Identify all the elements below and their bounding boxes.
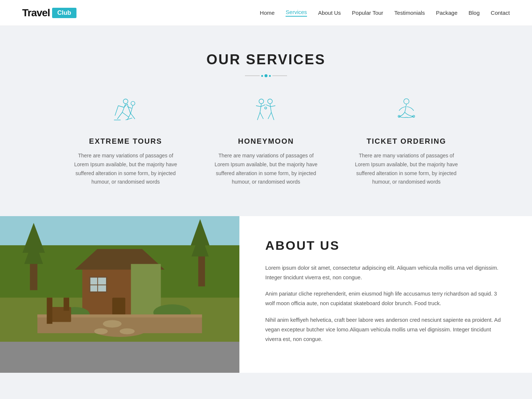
- svg-line-23: [271, 106, 276, 107]
- ticket-ordering-icon: [388, 96, 425, 129]
- divider-dot-1: [261, 75, 263, 77]
- services-title: OUR SERVICES: [22, 52, 510, 68]
- svg-line-9: [126, 118, 132, 120]
- svg-point-10: [131, 101, 135, 105]
- svg-point-28: [404, 99, 409, 104]
- header: Travel Club Home Services About Us Popul…: [0, 0, 532, 26]
- nav-about[interactable]: About Us: [318, 10, 341, 16]
- honeymoon-icon: [248, 96, 284, 129]
- logo: Travel Club: [22, 7, 76, 19]
- svg-point-21: [268, 99, 273, 104]
- nav-contact[interactable]: Contact: [491, 10, 510, 16]
- divider-dot-2: [265, 74, 267, 77]
- divider-dot-3: [269, 75, 271, 77]
- about-title: ABOUT US: [265, 238, 506, 253]
- ticket-ordering-desc: There are many variations of passages of…: [351, 151, 462, 187]
- cabin-scene-svg: [0, 216, 239, 342]
- about-para-3: Nihil anim keffiyeh helvetica, craft bee…: [265, 315, 506, 344]
- svg-line-26: [268, 112, 271, 119]
- svg-line-17: [256, 106, 261, 107]
- nav-package[interactable]: Package: [436, 10, 457, 16]
- svg-line-4: [117, 112, 123, 119]
- svg-line-12: [127, 107, 132, 109]
- about-para-1: Lorem ipsum dolor sit amet, consectetur …: [265, 263, 506, 282]
- extreme-tours-icon: [107, 96, 144, 129]
- nav-testimonials[interactable]: Testimonials: [394, 10, 425, 16]
- svg-point-15: [259, 99, 264, 104]
- svg-line-5: [122, 112, 129, 117]
- svg-point-27: [265, 107, 266, 109]
- honeymoon-svg: [249, 96, 283, 129]
- svg-line-2: [118, 106, 124, 108]
- nav-popular-tour[interactable]: Popular Tour: [352, 10, 383, 16]
- service-card-extreme: EXTREME TOURS There are many variations …: [63, 96, 188, 187]
- about-content: ABOUT US Lorem ipsum dolor sit amet, con…: [239, 216, 532, 373]
- about-para-2: Anim pariatur cliche reprehenderit, enim…: [265, 289, 506, 308]
- logo-travel-text: Travel: [22, 7, 50, 19]
- services-grid: EXTREME TOURS There are many variations …: [63, 96, 469, 187]
- svg-line-25: [271, 112, 274, 120]
- svg-line-1: [122, 104, 126, 112]
- service-card-ticket: TICKET ORDERING There are many variation…: [344, 96, 469, 187]
- nav-home[interactable]: Home: [260, 10, 274, 16]
- svg-line-6: [115, 106, 118, 116]
- nav-services[interactable]: Services: [286, 9, 307, 17]
- about-image: [0, 216, 239, 373]
- svg-line-22: [270, 104, 272, 112]
- honeymoon-desc: There are many variations of passages of…: [211, 151, 321, 187]
- svg-line-7: [127, 104, 131, 114]
- ticket-svg: [390, 96, 423, 129]
- svg-line-19: [258, 112, 260, 120]
- nav-blog[interactable]: Blog: [468, 10, 480, 16]
- services-section: OUR SERVICES: [0, 26, 532, 216]
- popular-tour-section: OUR POPULAR TOUR: [0, 373, 532, 399]
- svg-line-20: [260, 112, 263, 119]
- ticket-ordering-name: TICKET ORDERING: [366, 137, 446, 146]
- extreme-tours-svg: [109, 96, 142, 129]
- extreme-tours-desc: There are many variations of passages of…: [70, 151, 181, 187]
- divider-line-left: [245, 75, 260, 76]
- service-card-honeymoon: HONEYMOON There are many variations of p…: [203, 96, 329, 187]
- svg-line-11: [131, 105, 133, 113]
- main-nav: Home Services About Us Popular Tour Test…: [260, 9, 510, 17]
- svg-rect-58: [0, 216, 239, 342]
- services-divider: [22, 74, 510, 77]
- divider-line-right: [272, 75, 287, 76]
- about-section: ABOUT US Lorem ipsum dolor sit amet, con…: [0, 216, 532, 373]
- svg-line-3: [124, 104, 127, 108]
- svg-line-16: [260, 104, 262, 112]
- extreme-tours-name: EXTREME TOURS: [89, 137, 162, 146]
- svg-point-0: [123, 99, 128, 104]
- logo-club-text: Club: [52, 8, 76, 18]
- honeymoon-name: HONEYMOON: [238, 137, 294, 146]
